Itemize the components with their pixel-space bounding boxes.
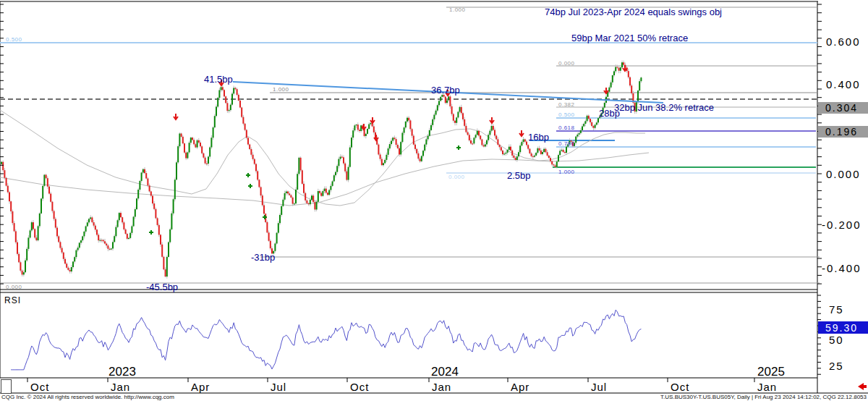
scroll-left-arrow-tail <box>863 385 867 388</box>
time-axis-month-label: Jan <box>757 381 777 393</box>
price-axis-label: -0.200 <box>822 219 861 230</box>
status-bar-right: T.US.BUS30Y-T.US.BUS05Y, Daily | Fri Aug… <box>660 394 867 400</box>
time-axis-year-label: 2025 <box>757 365 785 379</box>
rsi-axis-label: 25 <box>829 360 844 371</box>
chart-canvas[interactable] <box>0 0 868 401</box>
price-axis-label: 0.000 <box>826 169 861 180</box>
chart-annotation: 59bp Mar 2021 50% retrace <box>571 33 688 43</box>
fib-level-label: 0.786 <box>558 141 575 147</box>
time-axis-month-label: Oct <box>350 381 369 393</box>
fib-level-label: 0.500 <box>6 37 22 43</box>
chart-annotation: 74bp Jul 2023-Apr 2024 equals swings obj <box>545 7 722 17</box>
rsi-value-box: 59.30 <box>818 321 868 334</box>
fib-level-label: 0.000 <box>6 284 22 290</box>
time-axis-month-label: Oct <box>30 381 49 393</box>
price-level-highlight-box: 0.304 <box>818 102 868 114</box>
status-bar-left: CQG Inc. © 2024 All rights reserved worl… <box>1 394 174 400</box>
chart-annotation: 36.7bp <box>431 85 460 95</box>
chart-annotation: 2.5bp <box>507 171 531 180</box>
time-axis-month-label: Jul <box>271 381 286 393</box>
cqg-chart-window: 74bp Jul 2023-Apr 2024 equals swings obj… <box>0 0 868 401</box>
chart-annotation: 41.5bp <box>204 75 233 84</box>
price-axis-label: 0.400 <box>826 79 861 90</box>
fib-level-label: 0.500 <box>558 112 575 118</box>
rsi-axis-label: 50 <box>829 334 844 345</box>
chart-annotation: 28bp <box>599 109 620 118</box>
rsi-axis-label: 75 <box>829 304 844 315</box>
time-axis-year-label: 2024 <box>431 365 459 379</box>
scrollbar-box[interactable] <box>1 379 12 394</box>
time-axis-month-label: Jan <box>111 381 130 393</box>
fib-level-label: 0.382 <box>558 102 575 108</box>
price-axis-label: -0.400 <box>822 263 861 274</box>
fib-level-label: 1.000 <box>273 87 289 93</box>
fib-level-label: 1.000 <box>558 169 575 175</box>
chart-annotation: 32bp Jun 38.2% retrace <box>614 103 714 112</box>
time-axis-month-label: Oct <box>671 381 689 393</box>
time-axis-month-label: Apr <box>191 381 210 393</box>
chart-annotation: -45.5bp <box>146 282 178 292</box>
chart-annotation: 16bp <box>528 132 549 142</box>
time-axis-month-label: Jul <box>591 381 607 393</box>
axis-ticks <box>0 4 822 382</box>
panel-borders <box>0 1 868 393</box>
fib-level-label: 1.000 <box>449 7 466 13</box>
price-axis-label: 0.600 <box>826 36 861 47</box>
price-level-highlight-box: 0.196 <box>818 126 868 138</box>
fib-level-label: 0.000 <box>558 61 575 67</box>
time-axis-month-label: Apr <box>511 381 529 393</box>
time-axis-year-label: 2023 <box>109 365 136 379</box>
time-axis-month-label: Jan <box>432 381 451 393</box>
fib-level-label: 0.000 <box>448 174 465 180</box>
chart-annotation: -31bp <box>251 253 275 262</box>
rsi-line <box>11 310 641 370</box>
fib-level-label: 0.618 <box>558 125 575 131</box>
rsi-indicator-label: RSI <box>4 295 21 305</box>
